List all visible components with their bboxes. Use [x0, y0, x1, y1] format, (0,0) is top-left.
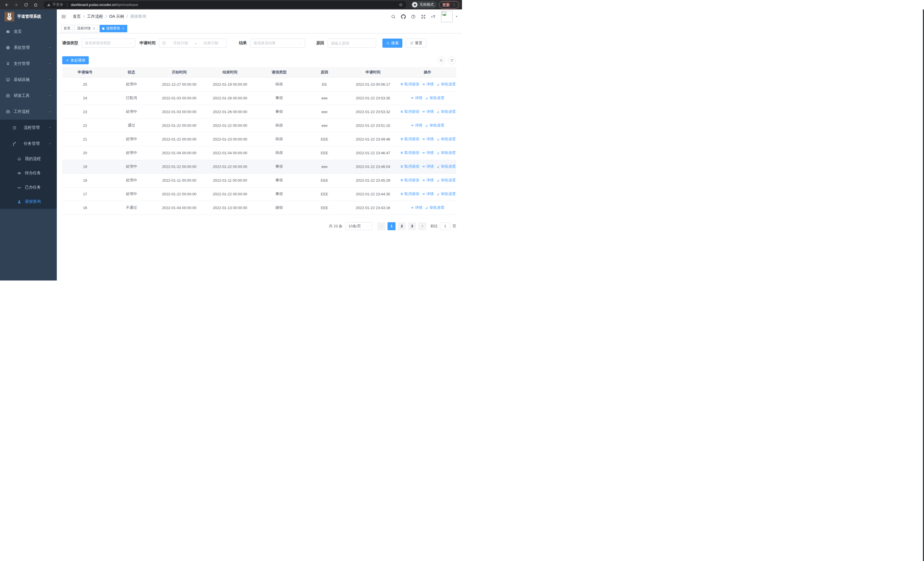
cancel-leave-link[interactable]: 取消请假 — [400, 177, 419, 183]
browser-menu-icon[interactable] — [452, 3, 456, 7]
reload-icon[interactable] — [22, 1, 30, 9]
tab-流程详情[interactable]: 流程详情 — [75, 25, 98, 32]
approval-progress-link[interactable]: 审批进度 — [436, 177, 456, 183]
sidebar-item[interactable]: 系统管理 — [0, 40, 57, 56]
sidebar-item[interactable]: 流程管理 — [0, 120, 57, 136]
approval-progress-link[interactable]: 审批进度 — [425, 95, 444, 101]
table-row: 22通过2022-01-22 00:00:002022-01-22 00:00:… — [62, 119, 456, 132]
refresh-button[interactable] — [448, 57, 456, 64]
monitor-icon — [6, 77, 10, 82]
breadcrumb-item[interactable]: 工作流程 — [87, 14, 103, 19]
approval-progress-link-label: 审批进度 — [429, 123, 444, 128]
divider — [67, 3, 68, 7]
tab-label: 请假查询 — [106, 26, 120, 31]
sidebar-item[interactable]: 已办任务 — [0, 180, 57, 194]
sidebar-item[interactable]: 首页 — [0, 24, 57, 40]
approval-progress-link[interactable]: 审批进度 — [436, 82, 456, 87]
tab-请假查询[interactable]: 请假查询 — [100, 25, 127, 32]
question-button[interactable] — [408, 14, 418, 19]
approval-progress-link[interactable]: 审批进度 — [436, 191, 456, 197]
sidebar-item[interactable]: 工作流程 — [0, 104, 57, 120]
detail-link-label: 详情 — [415, 95, 422, 101]
goto-page-input[interactable] — [440, 223, 450, 230]
detail-link[interactable]: 详情 — [422, 150, 434, 155]
start-date-input[interactable]: 开始日期 — [168, 41, 194, 46]
sidebar-item[interactable]: 基础设施 — [0, 72, 57, 88]
sidebar-item[interactable]: 支付管理 — [0, 56, 57, 72]
create-leave-button[interactable]: 发起请假 — [62, 56, 89, 64]
page-button[interactable]: 2 — [398, 222, 406, 230]
chevron-down-icon[interactable] — [455, 15, 458, 18]
back-icon[interactable] — [3, 1, 10, 9]
github-button[interactable] — [398, 14, 408, 19]
approval-progress-link[interactable]: 审批进度 — [425, 123, 444, 128]
sidebar-item-label: 我的流程 — [25, 156, 41, 161]
tab-首页[interactable]: 首页 — [61, 25, 73, 32]
reset-button[interactable]: 重置 — [406, 39, 426, 48]
approval-progress-link[interactable]: 审批进度 — [436, 164, 456, 169]
avatar[interactable] — [441, 11, 453, 22]
detail-link[interactable]: 详情 — [422, 137, 434, 142]
cancel-leave-link[interactable]: 取消请假 — [400, 137, 419, 142]
approval-progress-link[interactable]: 审批进度 — [436, 137, 456, 142]
sidebar-item[interactable]: 我的流程 — [0, 152, 57, 166]
sidebar-item-label: 请假查询 — [25, 199, 41, 204]
chevron-right-icon — [421, 224, 424, 228]
close-icon[interactable] — [122, 27, 125, 30]
address-bar[interactable]: 不安全 dashboard.yudao.iocoder.cn/bpm/oa/le… — [44, 1, 406, 8]
page-button[interactable]: 1 — [387, 222, 396, 230]
cancel-leave-link[interactable]: 取消请假 — [400, 109, 419, 114]
page-size-select[interactable]: 10条/页 — [346, 222, 372, 230]
cell: 2022-01-22 00:00:00 — [155, 119, 204, 132]
detail-link[interactable]: 详情 — [422, 109, 434, 114]
font-size-button[interactable]: TT — [428, 14, 438, 19]
prev-page-button[interactable] — [377, 222, 385, 230]
breadcrumb-item[interactable]: 首页 — [73, 14, 81, 19]
edit-icon — [436, 165, 440, 168]
leave-type-select[interactable]: 请选择请假类型 — [82, 39, 135, 48]
table-row: 16不通过2022-01-04 00:00:002022-01-13 00:00… — [62, 201, 456, 215]
apply-time-range-picker[interactable]: 开始日期 - 结束日期 — [159, 39, 227, 48]
show-search-button[interactable] — [438, 57, 445, 64]
approval-progress-link[interactable]: 审批进度 — [436, 150, 456, 155]
cancel-leave-link[interactable]: 取消请假 — [400, 82, 419, 87]
fullscreen-button[interactable] — [418, 14, 428, 19]
forward-icon[interactable] — [12, 1, 20, 9]
cell: 事假 — [256, 160, 302, 173]
detail-link[interactable]: 详情 — [422, 177, 434, 183]
close-icon[interactable] — [93, 27, 96, 30]
bookmark-star-icon[interactable] — [399, 3, 403, 7]
result-select[interactable]: 请选择流结果 — [250, 39, 305, 48]
approval-progress-link[interactable]: 审批进度 — [436, 109, 456, 114]
detail-link[interactable]: 详情 — [411, 95, 422, 101]
detail-link[interactable]: 详情 — [411, 205, 422, 210]
reason-input[interactable] — [331, 41, 373, 45]
detail-link[interactable]: 详情 — [422, 191, 434, 197]
approval-progress-link[interactable]: 审批进度 — [425, 205, 444, 210]
detail-link-label: 详情 — [426, 137, 434, 142]
home-icon[interactable] — [32, 1, 39, 9]
breadcrumb-item[interactable]: OA 示例 — [109, 14, 124, 19]
sidebar: 芋道管理系统 首页系统管理支付管理基础设施研发工具工作流程流程管理任务管理我的流… — [0, 9, 57, 281]
search-button[interactable]: 搜索 — [382, 39, 402, 48]
page-button[interactable]: 3 — [408, 222, 416, 230]
sidebar-item[interactable]: 研发工具 — [0, 88, 57, 104]
sidebar-item[interactable]: 待办任务 — [0, 166, 57, 180]
browser-update-button[interactable]: 更新 — [439, 1, 459, 9]
cancel-leave-link[interactable]: 取消请假 — [400, 191, 419, 197]
sidebar-item[interactable]: 任务管理 — [0, 136, 57, 152]
back-icon — [4, 3, 9, 7]
sidebar-item[interactable]: 请假查询 — [0, 194, 57, 209]
search-button[interactable] — [388, 14, 398, 19]
detail-link[interactable]: 详情 — [422, 164, 434, 169]
app-logo[interactable]: 芋道管理系统 — [0, 9, 57, 24]
detail-link[interactable]: 详情 — [411, 123, 422, 128]
detail-link[interactable]: 详情 — [422, 82, 434, 87]
column-header: 开始时间 — [155, 67, 204, 77]
next-page-button[interactable] — [418, 222, 426, 230]
sidebar-toggle[interactable] — [57, 9, 70, 24]
cancel-leave-link[interactable]: 取消请假 — [400, 164, 419, 169]
end-date-input[interactable]: 结束日期 — [198, 41, 224, 46]
actions-cell: 详情审批进度 — [399, 201, 456, 215]
cancel-leave-link[interactable]: 取消请假 — [400, 150, 419, 155]
